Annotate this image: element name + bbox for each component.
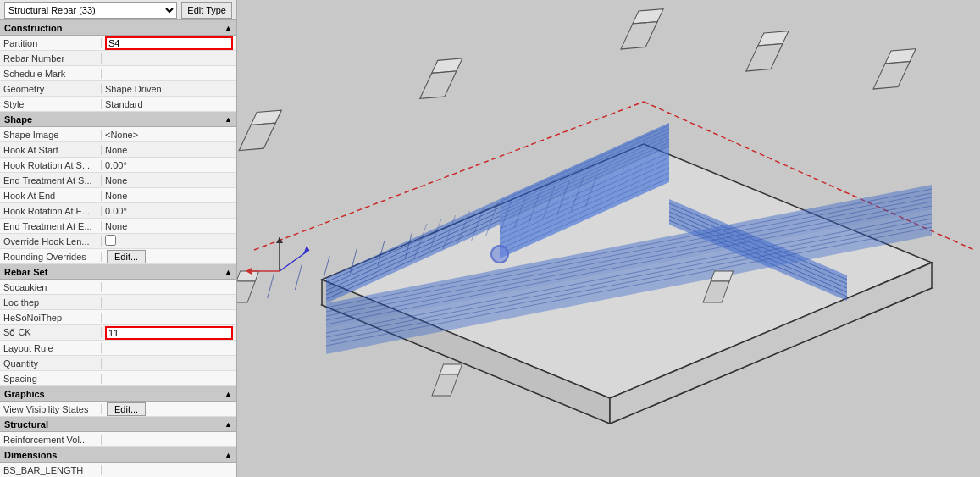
prop-row: Hook Rotation At E...0.00° — [0, 203, 236, 219]
prop-value: <None> — [102, 130, 236, 140]
prop-row: Loc thep — [0, 295, 236, 310]
prop-label: End Treatment At S... — [0, 175, 102, 186]
prop-row: Rebar Number — [0, 51, 236, 66]
section-header-dimensions[interactable]: Dimensions▲ — [0, 447, 236, 463]
prop-input-sock[interactable] — [105, 326, 233, 340]
prop-label: Layout Rule — [0, 343, 102, 353]
prop-label: Hook Rotation At E... — [0, 206, 102, 216]
section-header-rebar-set[interactable]: Rebar Set▲ — [0, 264, 236, 280]
prop-input-partition[interactable] — [105, 36, 233, 50]
section-label: Dimensions — [4, 450, 57, 460]
element-dropdown[interactable]: Structural Rebar (33) — [4, 2, 177, 19]
prop-value: None — [102, 175, 236, 186]
prop-label: Số CK — [0, 327, 102, 338]
section-header-construction[interactable]: Construction▲ — [0, 20, 236, 36]
prop-label: Rebar Number — [0, 53, 102, 64]
prop-row: Spacing — [0, 371, 236, 386]
prop-value: None — [102, 145, 236, 155]
prop-label: Spacing — [0, 374, 102, 384]
edit-button-view-visibility-states[interactable]: Edit... — [107, 402, 146, 416]
section-header-shape[interactable]: Shape▲ — [0, 112, 236, 127]
prop-row: Hook At EndNone — [0, 188, 236, 203]
prop-row: Quantity — [0, 356, 236, 371]
prop-row: Socaukien — [0, 280, 236, 295]
prop-label: Hook Rotation At S... — [0, 160, 102, 170]
prop-row: View Visibility StatesEdit... — [0, 402, 236, 417]
prop-label: End Treatment At E... — [0, 221, 102, 231]
prop-label: Shape Image — [0, 130, 102, 140]
svg-rect-76 — [440, 364, 462, 374]
viewport[interactable] — [237, 0, 980, 477]
prop-label: Hook At Start — [0, 145, 102, 155]
prop-value: 0.00° — [102, 160, 236, 170]
section-label: Shape — [4, 114, 32, 125]
prop-value[interactable] — [102, 235, 236, 247]
section-label: Construction — [4, 23, 62, 33]
prop-label: Hook At End — [0, 191, 102, 201]
section-header-graphics[interactable]: Graphics▲ — [0, 386, 236, 402]
prop-value: 0.00° — [102, 206, 236, 216]
prop-row: End Treatment At E...None — [0, 219, 236, 234]
prop-row: Layout Rule — [0, 341, 236, 356]
collapse-arrow: ▲ — [224, 451, 232, 459]
section-header-structural[interactable]: Structural▲ — [0, 417, 236, 432]
edit-button-rounding-overrides[interactable]: Edit... — [107, 250, 146, 263]
prop-value: Edit... — [102, 402, 236, 417]
prop-row: Override Hook Len... — [0, 234, 236, 249]
prop-row: GeometryShape Driven — [0, 81, 236, 97]
prop-label: Schedule Mark — [0, 69, 102, 79]
prop-row: Schedule Mark — [0, 66, 236, 81]
prop-label: Reinforcement Vol... — [0, 435, 102, 445]
prop-label: Loc thep — [0, 297, 102, 308]
prop-row: BS_BAR_LENGTH — [0, 463, 236, 477]
prop-value: Edit... — [102, 249, 236, 264]
section-label: Structural — [4, 419, 48, 430]
prop-row: Số CK — [0, 325, 236, 341]
section-label: Graphics — [4, 389, 45, 399]
prop-label: Partition — [0, 38, 102, 48]
collapse-arrow: ▲ — [224, 24, 232, 32]
3d-canvas — [237, 0, 980, 477]
prop-value[interactable] — [102, 36, 236, 50]
collapse-arrow: ▲ — [224, 268, 232, 276]
prop-label: BS_BAR_LENGTH — [0, 465, 102, 475]
prop-checkbox[interactable] — [105, 235, 116, 246]
prop-row: Hook At StartNone — [0, 142, 236, 158]
prop-row: Hook Rotation At S...0.00° — [0, 158, 236, 173]
svg-rect-74 — [237, 271, 259, 281]
prop-label: Socaukien — [0, 282, 102, 292]
panel-header: Structural Rebar (33) Edit Type — [0, 0, 236, 20]
collapse-arrow: ▲ — [224, 390, 232, 398]
prop-row: Rounding OverridesEdit... — [0, 249, 236, 264]
properties-list: Construction▲PartitionRebar NumberSchedu… — [0, 20, 236, 477]
prop-label: View Visibility States — [0, 404, 102, 414]
prop-row: Reinforcement Vol... — [0, 432, 236, 447]
svg-rect-78 — [711, 271, 733, 281]
prop-row: Shape Image<None> — [0, 127, 236, 142]
prop-row: HeSoNoiThep — [0, 310, 236, 325]
prop-label: Rounding Overrides — [0, 252, 102, 262]
prop-label: HeSoNoiThep — [0, 313, 102, 323]
prop-row: End Treatment At S...None — [0, 173, 236, 188]
prop-row: Partition — [0, 36, 236, 51]
collapse-arrow: ▲ — [224, 115, 232, 124]
prop-label: Quantity — [0, 358, 102, 369]
prop-value: None — [102, 191, 236, 201]
section-label: Rebar Set — [4, 267, 47, 277]
prop-value[interactable] — [102, 326, 236, 340]
prop-value: Standard — [102, 99, 236, 109]
prop-label: Geometry — [0, 84, 102, 94]
prop-label: Style — [0, 99, 102, 109]
collapse-arrow: ▲ — [224, 420, 232, 429]
prop-label: Override Hook Len... — [0, 236, 102, 247]
prop-row: StyleStandard — [0, 97, 236, 112]
edit-type-button[interactable]: Edit Type — [181, 2, 232, 19]
properties-panel: Structural Rebar (33) Edit Type Construc… — [0, 0, 237, 477]
prop-value: None — [102, 221, 236, 231]
prop-value: Shape Driven — [102, 84, 236, 94]
